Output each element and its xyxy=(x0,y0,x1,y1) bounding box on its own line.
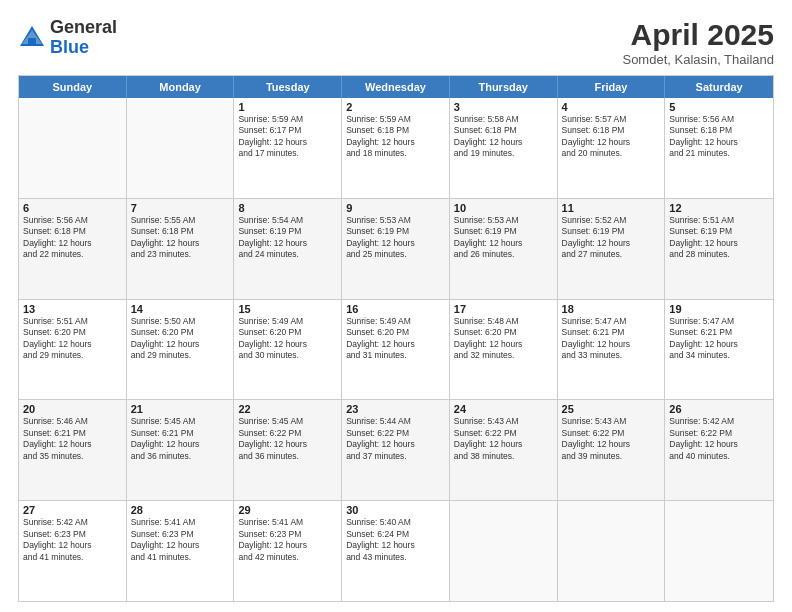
title-block: April 2025 Somdet, Kalasin, Thailand xyxy=(622,18,774,67)
sun-info: Sunrise: 5:51 AMSunset: 6:20 PMDaylight:… xyxy=(23,316,122,362)
calendar-cell: 15Sunrise: 5:49 AMSunset: 6:20 PMDayligh… xyxy=(234,300,342,400)
day-number: 2 xyxy=(346,101,445,113)
calendar-cell: 6Sunrise: 5:56 AMSunset: 6:18 PMDaylight… xyxy=(19,199,127,299)
day-number: 15 xyxy=(238,303,337,315)
calendar-day-header: Wednesday xyxy=(342,76,450,98)
calendar-cell: 1Sunrise: 5:59 AMSunset: 6:17 PMDaylight… xyxy=(234,98,342,198)
calendar-cell: 8Sunrise: 5:54 AMSunset: 6:19 PMDaylight… xyxy=(234,199,342,299)
calendar-week-row: 13Sunrise: 5:51 AMSunset: 6:20 PMDayligh… xyxy=(19,299,773,400)
day-number: 18 xyxy=(562,303,661,315)
calendar-cell: 16Sunrise: 5:49 AMSunset: 6:20 PMDayligh… xyxy=(342,300,450,400)
calendar-cell: 13Sunrise: 5:51 AMSunset: 6:20 PMDayligh… xyxy=(19,300,127,400)
sun-info: Sunrise: 5:49 AMSunset: 6:20 PMDaylight:… xyxy=(346,316,445,362)
day-number: 10 xyxy=(454,202,553,214)
sun-info: Sunrise: 5:46 AMSunset: 6:21 PMDaylight:… xyxy=(23,416,122,462)
day-number: 17 xyxy=(454,303,553,315)
day-number: 28 xyxy=(131,504,230,516)
sun-info: Sunrise: 5:47 AMSunset: 6:21 PMDaylight:… xyxy=(669,316,769,362)
sun-info: Sunrise: 5:42 AMSunset: 6:23 PMDaylight:… xyxy=(23,517,122,563)
calendar-week-row: 1Sunrise: 5:59 AMSunset: 6:17 PMDaylight… xyxy=(19,98,773,198)
calendar-cell: 7Sunrise: 5:55 AMSunset: 6:18 PMDaylight… xyxy=(127,199,235,299)
calendar-cell: 22Sunrise: 5:45 AMSunset: 6:22 PMDayligh… xyxy=(234,400,342,500)
calendar-cell: 30Sunrise: 5:40 AMSunset: 6:24 PMDayligh… xyxy=(342,501,450,601)
calendar-day-header: Saturday xyxy=(665,76,773,98)
sun-info: Sunrise: 5:53 AMSunset: 6:19 PMDaylight:… xyxy=(346,215,445,261)
calendar-day-header: Monday xyxy=(127,76,235,98)
logo: General Blue xyxy=(18,18,117,58)
location: Somdet, Kalasin, Thailand xyxy=(622,52,774,67)
day-number: 14 xyxy=(131,303,230,315)
calendar-cell: 21Sunrise: 5:45 AMSunset: 6:21 PMDayligh… xyxy=(127,400,235,500)
day-number: 26 xyxy=(669,403,769,415)
calendar-cell: 19Sunrise: 5:47 AMSunset: 6:21 PMDayligh… xyxy=(665,300,773,400)
day-number: 16 xyxy=(346,303,445,315)
day-number: 12 xyxy=(669,202,769,214)
day-number: 24 xyxy=(454,403,553,415)
sun-info: Sunrise: 5:47 AMSunset: 6:21 PMDaylight:… xyxy=(562,316,661,362)
sun-info: Sunrise: 5:49 AMSunset: 6:20 PMDaylight:… xyxy=(238,316,337,362)
day-number: 11 xyxy=(562,202,661,214)
sun-info: Sunrise: 5:55 AMSunset: 6:18 PMDaylight:… xyxy=(131,215,230,261)
calendar-week-row: 6Sunrise: 5:56 AMSunset: 6:18 PMDaylight… xyxy=(19,198,773,299)
calendar-cell: 11Sunrise: 5:52 AMSunset: 6:19 PMDayligh… xyxy=(558,199,666,299)
calendar-day-header: Tuesday xyxy=(234,76,342,98)
calendar-header: SundayMondayTuesdayWednesdayThursdayFrid… xyxy=(19,76,773,98)
calendar-cell: 18Sunrise: 5:47 AMSunset: 6:21 PMDayligh… xyxy=(558,300,666,400)
day-number: 1 xyxy=(238,101,337,113)
calendar-cell xyxy=(127,98,235,198)
calendar-cell: 28Sunrise: 5:41 AMSunset: 6:23 PMDayligh… xyxy=(127,501,235,601)
sun-info: Sunrise: 5:43 AMSunset: 6:22 PMDaylight:… xyxy=(562,416,661,462)
day-number: 23 xyxy=(346,403,445,415)
header: General Blue April 2025 Somdet, Kalasin,… xyxy=(18,18,774,67)
sun-info: Sunrise: 5:43 AMSunset: 6:22 PMDaylight:… xyxy=(454,416,553,462)
sun-info: Sunrise: 5:45 AMSunset: 6:22 PMDaylight:… xyxy=(238,416,337,462)
day-number: 4 xyxy=(562,101,661,113)
day-number: 7 xyxy=(131,202,230,214)
day-number: 6 xyxy=(23,202,122,214)
calendar-week-row: 27Sunrise: 5:42 AMSunset: 6:23 PMDayligh… xyxy=(19,500,773,601)
day-number: 22 xyxy=(238,403,337,415)
day-number: 29 xyxy=(238,504,337,516)
calendar-cell: 27Sunrise: 5:42 AMSunset: 6:23 PMDayligh… xyxy=(19,501,127,601)
calendar-cell xyxy=(450,501,558,601)
calendar-cell: 25Sunrise: 5:43 AMSunset: 6:22 PMDayligh… xyxy=(558,400,666,500)
day-number: 13 xyxy=(23,303,122,315)
sun-info: Sunrise: 5:41 AMSunset: 6:23 PMDaylight:… xyxy=(131,517,230,563)
calendar-cell: 10Sunrise: 5:53 AMSunset: 6:19 PMDayligh… xyxy=(450,199,558,299)
day-number: 21 xyxy=(131,403,230,415)
sun-info: Sunrise: 5:41 AMSunset: 6:23 PMDaylight:… xyxy=(238,517,337,563)
day-number: 8 xyxy=(238,202,337,214)
calendar-cell: 24Sunrise: 5:43 AMSunset: 6:22 PMDayligh… xyxy=(450,400,558,500)
logo-icon xyxy=(18,24,46,52)
sun-info: Sunrise: 5:53 AMSunset: 6:19 PMDaylight:… xyxy=(454,215,553,261)
calendar-day-header: Friday xyxy=(558,76,666,98)
calendar-cell: 4Sunrise: 5:57 AMSunset: 6:18 PMDaylight… xyxy=(558,98,666,198)
calendar-cell: 20Sunrise: 5:46 AMSunset: 6:21 PMDayligh… xyxy=(19,400,127,500)
calendar-cell: 3Sunrise: 5:58 AMSunset: 6:18 PMDaylight… xyxy=(450,98,558,198)
svg-rect-2 xyxy=(28,38,36,46)
calendar: SundayMondayTuesdayWednesdayThursdayFrid… xyxy=(18,75,774,602)
sun-info: Sunrise: 5:59 AMSunset: 6:18 PMDaylight:… xyxy=(346,114,445,160)
calendar-day-header: Thursday xyxy=(450,76,558,98)
calendar-cell xyxy=(558,501,666,601)
day-number: 25 xyxy=(562,403,661,415)
sun-info: Sunrise: 5:45 AMSunset: 6:21 PMDaylight:… xyxy=(131,416,230,462)
sun-info: Sunrise: 5:52 AMSunset: 6:19 PMDaylight:… xyxy=(562,215,661,261)
calendar-cell: 29Sunrise: 5:41 AMSunset: 6:23 PMDayligh… xyxy=(234,501,342,601)
calendar-day-header: Sunday xyxy=(19,76,127,98)
calendar-cell xyxy=(665,501,773,601)
day-number: 27 xyxy=(23,504,122,516)
day-number: 30 xyxy=(346,504,445,516)
sun-info: Sunrise: 5:48 AMSunset: 6:20 PMDaylight:… xyxy=(454,316,553,362)
sun-info: Sunrise: 5:42 AMSunset: 6:22 PMDaylight:… xyxy=(669,416,769,462)
page: General Blue April 2025 Somdet, Kalasin,… xyxy=(0,0,792,612)
sun-info: Sunrise: 5:44 AMSunset: 6:22 PMDaylight:… xyxy=(346,416,445,462)
day-number: 20 xyxy=(23,403,122,415)
calendar-cell: 14Sunrise: 5:50 AMSunset: 6:20 PMDayligh… xyxy=(127,300,235,400)
month-year: April 2025 xyxy=(622,18,774,52)
sun-info: Sunrise: 5:59 AMSunset: 6:17 PMDaylight:… xyxy=(238,114,337,160)
sun-info: Sunrise: 5:50 AMSunset: 6:20 PMDaylight:… xyxy=(131,316,230,362)
sun-info: Sunrise: 5:56 AMSunset: 6:18 PMDaylight:… xyxy=(23,215,122,261)
calendar-cell: 17Sunrise: 5:48 AMSunset: 6:20 PMDayligh… xyxy=(450,300,558,400)
calendar-cell: 2Sunrise: 5:59 AMSunset: 6:18 PMDaylight… xyxy=(342,98,450,198)
